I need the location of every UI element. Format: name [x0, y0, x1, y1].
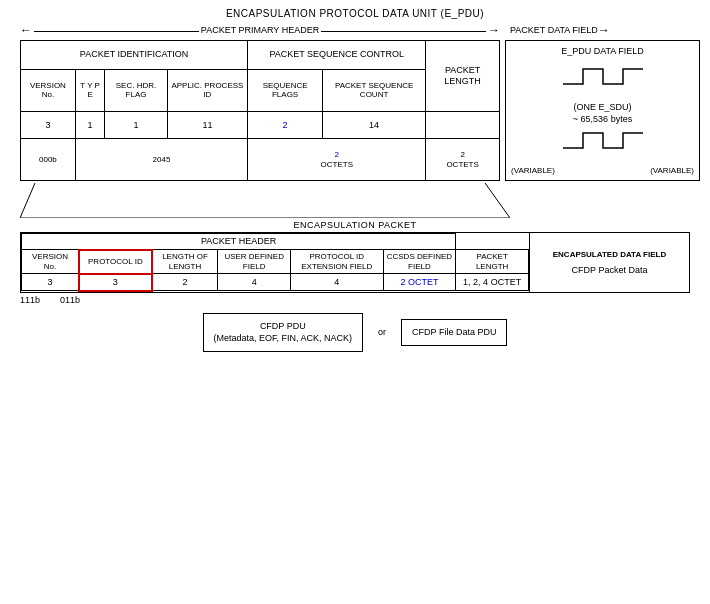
cfdp-box1-label: CFDP PDU — [214, 320, 353, 333]
version-bin-label: 111b — [20, 295, 40, 305]
pl-octets-val: 2 — [460, 150, 464, 159]
seq-flags-val: 2 — [248, 111, 323, 138]
sec-hdr-flag-header: SEC. HDR. FLAG — [105, 69, 167, 111]
cfdp-pdu-box: CFDP PDU (Metadata, EOF, FIN, ACK, NACK) — [203, 313, 364, 352]
version-no-bin: 000b — [21, 139, 76, 181]
user-defined-val: 4 — [218, 274, 291, 291]
cfdp-box2-label: CFDP File Data PDU — [412, 326, 496, 339]
svg-line-0 — [20, 183, 35, 218]
version-no-header: VERSION No. — [21, 69, 76, 111]
epdu-data-label: E_PDU DATA FIELD — [561, 46, 644, 56]
type-val: 1 — [75, 111, 105, 138]
signal-wave-bottom — [563, 128, 643, 158]
binary-labels-row: 111b 011b — [20, 295, 690, 305]
encap-data-field-box: ENCAPSULATED DATA FIELD CFDP Packet Data — [529, 233, 689, 292]
encap-table: PACKET HEADER VERSION No. PROTOCOL ID LE… — [21, 233, 529, 292]
type-header: T Y P E — [75, 69, 105, 111]
encap-packet-length-header: PACKET LENGTH — [456, 250, 529, 274]
one-esdu-label: (ONE E_SDU) — [573, 102, 631, 112]
applic-bin: 2045 — [75, 139, 247, 181]
protocol-ext-val: 4 — [291, 274, 384, 291]
seq-octets-cell: 2 OCTETS — [248, 139, 426, 181]
protocol-id-bin-label: 011b — [60, 295, 80, 305]
cfdp-row: CFDP PDU (Metadata, EOF, FIN, ACK, NACK)… — [20, 313, 690, 352]
ccsds-defined-header: CCSDS DEFINED FIELD — [383, 250, 456, 274]
protocol-id-header: PROTOCOL ID — [79, 250, 152, 274]
cfdp-box1-sub: (Metadata, EOF, FIN, ACK, NACK) — [214, 332, 353, 345]
ph-arrow: ← PACKET PRIMARY HEADER → — [20, 23, 500, 37]
user-defined-header: USER DEFINED FIELD — [218, 250, 291, 274]
encap-version-no-header: VERSION No. — [22, 250, 80, 274]
header-arrows: ← PACKET PRIMARY HEADER → PACKET DATA FI… — [20, 23, 700, 37]
ph-label: PACKET PRIMARY HEADER — [201, 25, 319, 35]
pl-octets-cell: 2 OCTETS — [426, 139, 500, 181]
applic-process-id-header: APPLIC. PROCESS ID — [167, 69, 248, 111]
encap-packet-table-container: PACKET HEADER VERSION No. PROTOCOL ID LE… — [20, 232, 690, 293]
length-of-length-val: 2 — [152, 274, 218, 291]
encap-data-field-label: ENCAPSULATED DATA FIELD — [553, 250, 666, 259]
psc-count-val: 14 — [322, 111, 425, 138]
protocol-id-val: 3 — [79, 274, 152, 291]
pdf-label: PACKET DATA FIELD — [510, 25, 598, 35]
seq-octets-label: OCTETS — [321, 160, 353, 169]
protocol-ext-header: PROTOCOL ID EXTENSION FIELD — [291, 250, 384, 274]
psc-header: PACKET SEQUENCE CONTROL — [248, 41, 426, 70]
sec-hdr-val: 1 — [105, 111, 167, 138]
epdu-label: ENCAPSULATION PROTOCOL DATA UNIT (E_PDU) — [10, 8, 700, 19]
psc-count-header: PACKET SEQUENCE COUNT — [322, 69, 425, 111]
encap-packet-label: ENCAPSULATION PACKET — [20, 220, 690, 230]
applic-val: 11 — [167, 111, 248, 138]
encap-packet-left: PACKET HEADER VERSION No. PROTOCOL ID LE… — [21, 233, 529, 292]
pdf-arrow: PACKET DATA FIELD → — [505, 23, 700, 37]
bytes-label: ~ 65,536 bytes — [573, 114, 632, 124]
variable-label-2: (VARIABLE) — [650, 166, 694, 175]
pl-octets-label: OCTETS — [446, 160, 478, 169]
packet-header-label: PACKET HEADER — [22, 234, 456, 250]
version-no-val: 3 — [21, 111, 76, 138]
cfdp-or-label: or — [378, 327, 386, 337]
seq-octets-val: 2 — [335, 150, 339, 159]
packet-id-header: PACKET IDENTIFICATION — [21, 41, 248, 70]
variable-label-1: (VARIABLE) — [511, 166, 555, 175]
zoom-lines-svg — [20, 183, 510, 218]
pl-header: PACKET LENGTH — [426, 41, 500, 112]
seq-flags-header: SEQUENCE FLAGS — [248, 69, 323, 111]
length-of-length-header: LENGTH OF LENGTH — [152, 250, 218, 274]
encap-version-val: 3 — [22, 274, 80, 291]
packet-length-val — [426, 111, 500, 138]
epdu-data-field: E_PDU DATA FIELD (ONE E_SDU) ~ 65,536 by… — [505, 40, 700, 181]
ccsds-defined-val: 2 OCTET — [383, 274, 456, 291]
signal-wave-top — [563, 64, 643, 94]
cfdp-file-data-box: CFDP File Data PDU — [401, 319, 507, 346]
encap-packet-length-val: 1, 2, 4 OCTET — [456, 274, 529, 291]
packet-primary-header-table: PACKET IDENTIFICATION PACKET SEQUENCE CO… — [20, 40, 500, 181]
svg-line-1 — [485, 183, 510, 218]
cfdp-packet-data-label: CFDP Packet Data — [572, 265, 648, 275]
